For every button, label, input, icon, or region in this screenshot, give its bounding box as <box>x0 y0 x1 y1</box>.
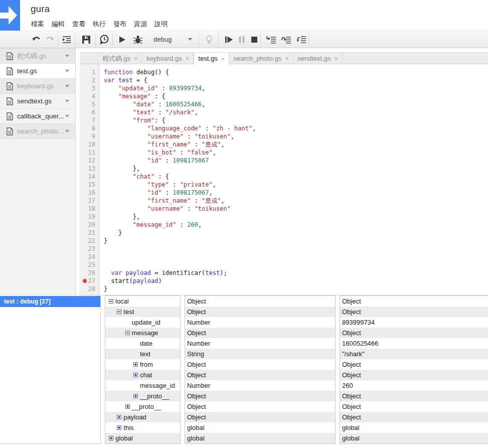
line-number-16[interactable]: 16 <box>80 189 99 197</box>
tab-close-icon[interactable]: × <box>134 55 138 62</box>
variable-row-chat[interactable]: chat <box>105 370 180 380</box>
collapse-icon[interactable] <box>109 299 113 304</box>
stop-debugging-button[interactable] <box>250 33 259 47</box>
line-number-12[interactable]: 12 <box>80 157 99 165</box>
tab-search_photo.gs[interactable]: search_photo.gs× <box>229 53 293 64</box>
sidebar-file-search_photo...[interactable]: search_photo... <box>0 124 75 139</box>
tab-close-icon[interactable]: × <box>186 55 190 62</box>
file-menu-caret-icon[interactable] <box>65 130 69 132</box>
variable-row-date[interactable]: date <box>105 338 180 349</box>
line-number-4[interactable]: 4 <box>80 92 99 100</box>
line-number-7[interactable]: 7 <box>80 116 99 124</box>
code-content[interactable]: function debug() {var test = { "update_i… <box>100 64 488 295</box>
variable-row-text[interactable]: text <box>105 349 180 359</box>
line-number-27[interactable]: 27 <box>80 277 99 285</box>
line-number-24[interactable]: 24 <box>80 253 99 261</box>
line-number-18[interactable]: 18 <box>80 205 99 213</box>
step-over-button[interactable] <box>281 33 292 47</box>
line-number-1[interactable]: 1 <box>80 68 99 76</box>
file-menu-caret-icon[interactable] <box>65 100 69 102</box>
file-menu-caret-icon[interactable] <box>65 85 69 87</box>
variable-row-payload[interactable]: payload <box>105 412 180 422</box>
expand-icon[interactable] <box>133 373 138 377</box>
menu-item-6[interactable]: 資源 <box>134 20 147 29</box>
line-number-11[interactable]: 11 <box>80 148 99 157</box>
line-number-19[interactable]: 19 <box>80 213 99 221</box>
expand-icon[interactable] <box>133 362 138 367</box>
debug-button[interactable] <box>131 33 145 47</box>
sidebar-file-test.gs[interactable]: test.gs <box>0 64 75 79</box>
undo-button[interactable] <box>31 33 43 47</box>
expand-icon[interactable] <box>133 394 138 398</box>
variable-row-from[interactable]: from <box>105 359 180 370</box>
execution-transcript-button[interactable] <box>98 33 111 47</box>
file-menu-caret-icon[interactable] <box>65 115 69 117</box>
file-menu-caret-icon[interactable] <box>65 55 69 57</box>
variable-row-update_id[interactable]: update_id <box>105 317 180 328</box>
line-number-22[interactable]: 22 <box>80 237 99 245</box>
line-number-21[interactable]: 21 <box>80 229 99 237</box>
menu-item-5[interactable]: 發布 <box>113 20 126 29</box>
save-button[interactable] <box>79 33 94 47</box>
line-number-13[interactable]: 13 <box>80 165 99 173</box>
collapse-icon[interactable] <box>125 331 130 335</box>
file-menu-caret-icon[interactable] <box>65 70 69 72</box>
variable-row-__proto__[interactable]: __proto__ <box>105 401 180 412</box>
line-number-gutter[interactable]: 1234567891011121314151617181920212223242… <box>80 64 99 295</box>
continue-debugging-button[interactable] <box>223 33 235 47</box>
expand-icon[interactable] <box>117 415 121 419</box>
line-number-10[interactable]: 10 <box>80 140 99 148</box>
step-out-button[interactable] <box>296 33 307 47</box>
line-number-14[interactable]: 14 <box>80 173 99 181</box>
variable-row-__proto__[interactable]: __proto__ <box>105 391 180 401</box>
variable-row-global[interactable]: global <box>105 433 180 443</box>
line-number-17[interactable]: 17 <box>80 197 99 205</box>
sidebar-file-.gs[interactable]: 程式碼.gs <box>0 49 75 64</box>
redo-button[interactable] <box>44 33 56 47</box>
sidebar-file-sendtext.gs[interactable]: sendtext.gs <box>0 94 75 109</box>
tab-test.gs[interactable]: test.gs× <box>194 53 229 65</box>
expand-icon[interactable] <box>125 404 130 409</box>
tab-keyboard.gs[interactable]: keyboard.gs× <box>142 53 194 64</box>
tab-close-icon[interactable]: × <box>334 55 338 62</box>
line-number-26[interactable]: 26 <box>80 269 99 277</box>
expand-icon[interactable] <box>117 425 121 430</box>
line-number-23[interactable]: 23 <box>80 245 99 253</box>
step-into-button[interactable] <box>266 33 277 47</box>
variable-row-this[interactable]: this <box>105 422 180 433</box>
breakpoint-dot[interactable] <box>83 279 87 283</box>
suggestions-button[interactable] <box>203 33 215 47</box>
menu-item-3[interactable]: 查看 <box>72 20 85 29</box>
menu-item-1[interactable]: 檔案 <box>31 20 44 29</box>
line-number-15[interactable]: 15 <box>80 181 99 189</box>
line-number-28[interactable]: 28 <box>80 285 99 293</box>
sidebar-file-keyboard.gs[interactable]: keyboard.gs <box>0 79 75 94</box>
variable-row-message_id[interactable]: message_id <box>105 380 180 391</box>
pause-debugging-button[interactable] <box>237 33 247 47</box>
line-number-5[interactable]: 5 <box>80 100 99 108</box>
line-number-2[interactable]: 2 <box>80 76 99 84</box>
menu-item-4[interactable]: 執行 <box>93 20 106 29</box>
menu-item-2[interactable]: 編輯 <box>52 20 65 29</box>
line-number-20[interactable]: 20 <box>80 221 99 229</box>
collapse-icon[interactable] <box>117 310 121 314</box>
debug-session-item[interactable]: test : debug [27] <box>0 296 100 307</box>
variable-row-local[interactable]: local <box>105 296 180 307</box>
line-number-25[interactable]: 25 <box>80 261 99 269</box>
tab-close-icon[interactable]: × <box>221 56 225 62</box>
tab-sendtext.gs[interactable]: sendtext.gs× <box>293 53 343 64</box>
variable-row-message[interactable]: message <box>105 328 180 338</box>
run-button[interactable] <box>116 33 128 47</box>
sidebar-file-callback_quer...[interactable]: callback_quer... <box>0 109 75 124</box>
line-number-6[interactable]: 6 <box>80 108 99 116</box>
menu-item-7[interactable]: 說明 <box>154 20 168 29</box>
variable-row-test[interactable]: test <box>105 307 180 317</box>
tab-.gs[interactable]: 程式碼.gs× <box>98 53 142 64</box>
line-number-3[interactable]: 3 <box>80 84 99 92</box>
line-number-9[interactable]: 9 <box>80 132 99 140</box>
line-number-8[interactable]: 8 <box>80 124 99 132</box>
function-selector[interactable]: debug <box>147 33 197 47</box>
expand-icon[interactable] <box>109 436 113 440</box>
indent-button[interactable] <box>60 33 74 47</box>
tab-close-icon[interactable]: × <box>285 55 289 62</box>
